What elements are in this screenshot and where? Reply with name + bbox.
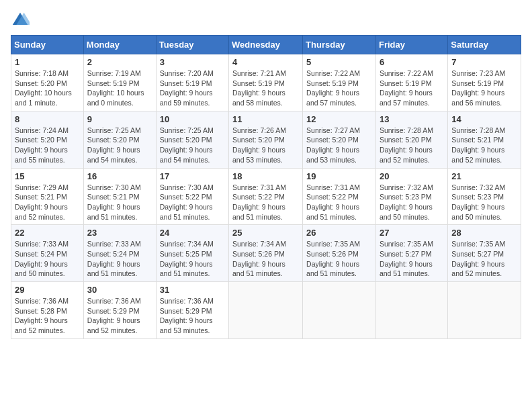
calendar-day-cell: 7 Sunrise: 7:23 AMSunset: 5:19 PMDayligh… (448, 54, 521, 111)
day-number: 7 (451, 57, 517, 67)
day-info: Sunrise: 7:28 AMSunset: 5:20 PMDaylight:… (380, 126, 444, 165)
day-info: Sunrise: 7:25 AMSunset: 5:20 PMDaylight:… (87, 126, 152, 165)
day-info: Sunrise: 7:29 AMSunset: 5:21 PMDaylight:… (15, 183, 80, 222)
weekday-header-friday: Friday (375, 36, 447, 54)
day-number: 12 (306, 114, 372, 124)
calendar-day-cell: 14 Sunrise: 7:28 AMSunset: 5:21 PMDaylig… (448, 111, 521, 168)
calendar-day-cell: 22 Sunrise: 7:33 AMSunset: 5:24 PMDaylig… (11, 225, 84, 282)
calendar-day-cell: 3 Sunrise: 7:20 AMSunset: 5:19 PMDayligh… (156, 54, 228, 111)
day-number: 25 (232, 228, 299, 238)
day-number: 2 (87, 57, 152, 67)
calendar-day-cell: 12 Sunrise: 7:27 AMSunset: 5:20 PMDaylig… (303, 111, 376, 168)
day-number: 15 (15, 171, 80, 181)
weekday-header-sunday: Sunday (11, 36, 84, 54)
calendar-day-cell (303, 282, 376, 339)
calendar-day-cell: 15 Sunrise: 7:29 AMSunset: 5:21 PMDaylig… (11, 168, 84, 225)
logo (11, 11, 32, 30)
calendar-day-cell (229, 282, 303, 339)
day-info: Sunrise: 7:30 AMSunset: 5:21 PMDaylight:… (87, 183, 152, 222)
day-number: 28 (451, 228, 517, 238)
page-header (11, 11, 521, 30)
calendar-day-cell: 9 Sunrise: 7:25 AMSunset: 5:20 PMDayligh… (83, 111, 156, 168)
day-info: Sunrise: 7:35 AMSunset: 5:27 PMDaylight:… (380, 239, 444, 279)
day-info: Sunrise: 7:21 AMSunset: 5:19 PMDaylight:… (232, 68, 299, 108)
day-number: 3 (160, 57, 225, 67)
weekday-header-tuesday: Tuesday (156, 36, 228, 54)
calendar-day-cell: 23 Sunrise: 7:33 AMSunset: 5:24 PMDaylig… (83, 225, 156, 282)
day-info: Sunrise: 7:25 AMSunset: 5:20 PMDaylight:… (160, 126, 225, 165)
day-info: Sunrise: 7:36 AMSunset: 5:28 PMDaylight:… (15, 296, 80, 336)
day-number: 27 (380, 228, 444, 238)
calendar-day-cell: 19 Sunrise: 7:31 AMSunset: 5:22 PMDaylig… (303, 168, 376, 225)
logo-icon (11, 11, 30, 30)
calendar-day-cell: 13 Sunrise: 7:28 AMSunset: 5:20 PMDaylig… (375, 111, 447, 168)
day-number: 9 (87, 114, 152, 124)
day-number: 21 (451, 171, 517, 181)
calendar-day-cell (448, 282, 521, 339)
calendar-day-cell: 6 Sunrise: 7:22 AMSunset: 5:19 PMDayligh… (375, 54, 447, 111)
calendar-week-row: 15 Sunrise: 7:29 AMSunset: 5:21 PMDaylig… (11, 168, 521, 225)
day-number: 24 (160, 228, 225, 238)
calendar-day-cell: 26 Sunrise: 7:35 AMSunset: 5:26 PMDaylig… (303, 225, 376, 282)
weekday-header-row: SundayMondayTuesdayWednesdayThursdayFrid… (11, 36, 521, 54)
calendar-day-cell: 21 Sunrise: 7:32 AMSunset: 5:23 PMDaylig… (448, 168, 521, 225)
calendar-day-cell: 18 Sunrise: 7:31 AMSunset: 5:22 PMDaylig… (229, 168, 303, 225)
day-number: 19 (306, 171, 372, 181)
calendar-day-cell: 16 Sunrise: 7:30 AMSunset: 5:21 PMDaylig… (83, 168, 156, 225)
day-info: Sunrise: 7:26 AMSunset: 5:20 PMDaylight:… (232, 126, 299, 165)
day-number: 16 (87, 171, 152, 181)
day-number: 29 (15, 285, 80, 295)
day-info: Sunrise: 7:35 AMSunset: 5:27 PMDaylight:… (451, 239, 517, 279)
calendar-day-cell: 24 Sunrise: 7:34 AMSunset: 5:25 PMDaylig… (156, 225, 228, 282)
weekday-header-saturday: Saturday (448, 36, 521, 54)
day-info: Sunrise: 7:19 AMSunset: 5:19 PMDaylight:… (87, 68, 152, 108)
day-info: Sunrise: 7:36 AMSunset: 5:29 PMDaylight:… (160, 296, 225, 336)
day-info: Sunrise: 7:28 AMSunset: 5:21 PMDaylight:… (451, 126, 517, 165)
day-number: 6 (380, 57, 444, 67)
calendar-table: SundayMondayTuesdayWednesdayThursdayFrid… (11, 35, 521, 339)
calendar-day-cell: 30 Sunrise: 7:36 AMSunset: 5:29 PMDaylig… (83, 282, 156, 339)
calendar-day-cell: 29 Sunrise: 7:36 AMSunset: 5:28 PMDaylig… (11, 282, 84, 339)
day-number: 4 (232, 57, 299, 67)
day-info: Sunrise: 7:18 AMSunset: 5:20 PMDaylight:… (15, 68, 80, 108)
calendar-day-cell: 8 Sunrise: 7:24 AMSunset: 5:20 PMDayligh… (11, 111, 84, 168)
calendar-day-cell: 2 Sunrise: 7:19 AMSunset: 5:19 PMDayligh… (83, 54, 156, 111)
day-number: 1 (15, 57, 80, 67)
day-info: Sunrise: 7:20 AMSunset: 5:19 PMDaylight:… (160, 68, 225, 108)
calendar-week-row: 1 Sunrise: 7:18 AMSunset: 5:20 PMDayligh… (11, 54, 521, 111)
day-number: 17 (160, 171, 225, 181)
day-number: 31 (160, 285, 225, 295)
day-number: 5 (306, 57, 372, 67)
calendar-day-cell: 20 Sunrise: 7:32 AMSunset: 5:23 PMDaylig… (375, 168, 447, 225)
day-info: Sunrise: 7:32 AMSunset: 5:23 PMDaylight:… (380, 183, 444, 222)
day-number: 26 (306, 228, 372, 238)
day-number: 22 (15, 228, 80, 238)
weekday-header-monday: Monday (83, 36, 156, 54)
day-number: 8 (15, 114, 80, 124)
day-info: Sunrise: 7:27 AMSunset: 5:20 PMDaylight:… (306, 126, 372, 165)
calendar-day-cell: 25 Sunrise: 7:34 AMSunset: 5:26 PMDaylig… (229, 225, 303, 282)
day-info: Sunrise: 7:36 AMSunset: 5:29 PMDaylight:… (87, 296, 152, 336)
day-number: 18 (232, 171, 299, 181)
calendar-day-cell (375, 282, 447, 339)
day-info: Sunrise: 7:24 AMSunset: 5:20 PMDaylight:… (15, 126, 80, 165)
day-number: 14 (451, 114, 517, 124)
calendar-day-cell: 1 Sunrise: 7:18 AMSunset: 5:20 PMDayligh… (11, 54, 84, 111)
weekday-header-wednesday: Wednesday (229, 36, 303, 54)
day-info: Sunrise: 7:22 AMSunset: 5:19 PMDaylight:… (306, 68, 372, 108)
calendar-day-cell: 27 Sunrise: 7:35 AMSunset: 5:27 PMDaylig… (375, 225, 447, 282)
weekday-header-thursday: Thursday (303, 36, 376, 54)
calendar-day-cell: 11 Sunrise: 7:26 AMSunset: 5:20 PMDaylig… (229, 111, 303, 168)
day-info: Sunrise: 7:33 AMSunset: 5:24 PMDaylight:… (87, 239, 152, 279)
day-number: 23 (87, 228, 152, 238)
calendar-week-row: 22 Sunrise: 7:33 AMSunset: 5:24 PMDaylig… (11, 225, 521, 282)
day-info: Sunrise: 7:34 AMSunset: 5:25 PMDaylight:… (160, 239, 225, 279)
day-info: Sunrise: 7:30 AMSunset: 5:22 PMDaylight:… (160, 183, 225, 222)
day-info: Sunrise: 7:35 AMSunset: 5:26 PMDaylight:… (306, 239, 372, 279)
day-info: Sunrise: 7:31 AMSunset: 5:22 PMDaylight:… (232, 183, 299, 222)
day-info: Sunrise: 7:22 AMSunset: 5:19 PMDaylight:… (380, 68, 444, 108)
day-info: Sunrise: 7:32 AMSunset: 5:23 PMDaylight:… (451, 183, 517, 222)
calendar-day-cell: 28 Sunrise: 7:35 AMSunset: 5:27 PMDaylig… (448, 225, 521, 282)
calendar-day-cell: 17 Sunrise: 7:30 AMSunset: 5:22 PMDaylig… (156, 168, 228, 225)
day-number: 30 (87, 285, 152, 295)
